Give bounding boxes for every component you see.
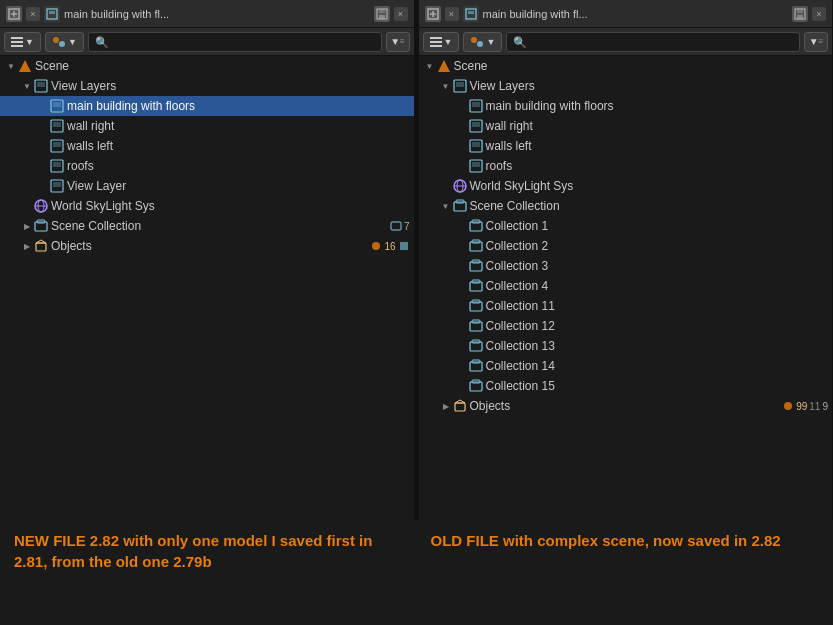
tree-item-scene[interactable]: ▼Scene xyxy=(0,56,414,76)
left-toolbar: ▼ ▼ ▼≡ xyxy=(0,28,414,56)
tree-item-coll3[interactable]: Collection 3 xyxy=(419,256,833,276)
expand-arrow-coll12[interactable] xyxy=(455,319,469,333)
left-mode-icon[interactable] xyxy=(44,6,60,22)
item-label-scene-collection: Scene Collection xyxy=(470,199,560,213)
right-new-file-icon[interactable] xyxy=(425,6,441,22)
item-badge-objects: 16 xyxy=(370,240,409,252)
tree-item-scene-collection[interactable]: ▼Scene Collection xyxy=(419,196,833,216)
expand-arrow-coll11[interactable] xyxy=(455,299,469,313)
collection-icon xyxy=(469,279,483,293)
tree-item-view-layer[interactable]: View Layer xyxy=(0,176,414,196)
tree-item-main-building[interactable]: main building with floors xyxy=(419,96,833,116)
expand-arrow-main-building[interactable] xyxy=(455,99,469,113)
expand-arrow-wall-right[interactable] xyxy=(455,119,469,133)
left-close-button2[interactable]: × xyxy=(394,7,408,21)
expand-arrow-scene-collection[interactable]: ▶ xyxy=(20,219,34,233)
expand-arrow-main-building[interactable] xyxy=(36,99,50,113)
expand-arrow-view-layer[interactable] xyxy=(36,179,50,193)
expand-arrow-scene[interactable]: ▼ xyxy=(423,59,437,73)
tree-item-world[interactable]: World SkyLight Sys xyxy=(419,176,833,196)
item-label-objects: Objects xyxy=(51,239,92,253)
expand-arrow-walls-left[interactable] xyxy=(455,139,469,153)
right-close-button2[interactable]: × xyxy=(812,7,826,21)
expand-arrow-world[interactable] xyxy=(439,179,453,193)
expand-arrow-wall-right[interactable] xyxy=(36,119,50,133)
expand-arrow-walls-left[interactable] xyxy=(36,139,50,153)
tree-item-scene-collection[interactable]: ▶Scene Collection7 xyxy=(0,216,414,236)
tree-item-roofs[interactable]: roofs xyxy=(419,156,833,176)
tree-item-coll2[interactable]: Collection 2 xyxy=(419,236,833,256)
left-close-button[interactable]: × xyxy=(26,7,40,21)
left-filter-btn[interactable]: ▼≡ xyxy=(386,32,410,52)
expand-arrow-roofs[interactable] xyxy=(36,159,50,173)
tree-item-coll4[interactable]: Collection 4 xyxy=(419,276,833,296)
expand-arrow-coll3[interactable] xyxy=(455,259,469,273)
expand-arrow-coll2[interactable] xyxy=(455,239,469,253)
tree-item-viewlayers[interactable]: ▼View Layers xyxy=(419,76,833,96)
left-search-input[interactable] xyxy=(88,32,382,52)
left-outliner[interactable]: ▼Scene▼View Layers main building with fl… xyxy=(0,56,414,520)
expand-arrow-scene-collection[interactable]: ▼ xyxy=(439,199,453,213)
right-close-button[interactable]: × xyxy=(445,7,459,21)
tree-item-coll13[interactable]: Collection 13 xyxy=(419,336,833,356)
svg-marker-84 xyxy=(455,400,465,403)
tree-item-wall-right[interactable]: wall right xyxy=(419,116,833,136)
caption-right: OLD FILE with complex scene, now saved i… xyxy=(417,520,834,625)
tree-item-roofs[interactable]: roofs xyxy=(0,156,414,176)
tree-item-objects[interactable]: ▶Objects16 xyxy=(0,236,414,256)
right-mode-icon[interactable] xyxy=(463,6,479,22)
objects-icon xyxy=(453,399,467,413)
tree-item-world[interactable]: World SkyLight Sys xyxy=(0,196,414,216)
scene-svg-icon xyxy=(18,59,32,73)
expand-arrow-roofs[interactable] xyxy=(455,159,469,173)
tree-item-wall-right[interactable]: wall right xyxy=(0,116,414,136)
scene-svg-icon xyxy=(437,59,451,73)
tree-item-coll12[interactable]: Collection 12 xyxy=(419,316,833,336)
right-filter-btn[interactable]: ▼≡ xyxy=(804,32,828,52)
tree-item-coll11[interactable]: Collection 11 xyxy=(419,296,833,316)
tree-item-coll14[interactable]: Collection 14 xyxy=(419,356,833,376)
expand-arrow-objects[interactable]: ▶ xyxy=(20,239,34,253)
left-save-icon[interactable] xyxy=(374,6,390,22)
svg-rect-7 xyxy=(379,9,385,13)
tree-item-walls-left[interactable]: walls left xyxy=(0,136,414,156)
svg-rect-23 xyxy=(53,162,61,167)
tree-item-objects[interactable]: ▶Objects99119 xyxy=(419,396,833,416)
collection-icon xyxy=(469,319,483,333)
right-search-input[interactable] xyxy=(506,32,800,52)
expand-arrow-coll15[interactable] xyxy=(455,379,469,393)
expand-arrow-world[interactable] xyxy=(20,199,34,213)
tree-item-walls-left[interactable]: walls left xyxy=(419,136,833,156)
left-mode-btn[interactable]: ▼ xyxy=(4,32,41,52)
expand-arrow-scene[interactable]: ▼ xyxy=(4,59,18,73)
expand-arrow-coll13[interactable] xyxy=(455,339,469,353)
tree-item-main-building[interactable]: main building with floors xyxy=(0,96,414,116)
viewlayer-icon xyxy=(469,159,483,173)
expand-arrow-viewlayers[interactable]: ▼ xyxy=(20,79,34,93)
viewlayer-icon xyxy=(50,139,64,153)
item-label-view-layer: View Layer xyxy=(67,179,126,193)
right-outliner[interactable]: ▼Scene▼View Layers main building with fl… xyxy=(419,56,833,520)
right-mode-btn[interactable]: ▼ xyxy=(423,32,460,52)
item-label-scene-collection: Scene Collection xyxy=(51,219,141,233)
right-filter-type-btn[interactable]: ▼ xyxy=(463,32,502,52)
left-new-file-icon[interactable] xyxy=(6,6,22,22)
tree-item-viewlayers[interactable]: ▼View Layers xyxy=(0,76,414,96)
tree-item-coll1[interactable]: Collection 1 xyxy=(419,216,833,236)
expand-arrow-coll14[interactable] xyxy=(455,359,469,373)
expand-arrow-viewlayers[interactable]: ▼ xyxy=(439,79,453,93)
left-filter-type-btn[interactable]: ▼ xyxy=(45,32,84,52)
right-save-icon[interactable] xyxy=(792,6,808,22)
svg-rect-25 xyxy=(53,182,61,187)
expand-arrow-coll4[interactable] xyxy=(455,279,469,293)
tree-item-coll15[interactable]: Collection 15 xyxy=(419,376,833,396)
expand-arrow-objects[interactable]: ▶ xyxy=(439,399,453,413)
expand-arrow-coll1[interactable] xyxy=(455,219,469,233)
item-label-walls-left: walls left xyxy=(486,139,532,153)
item-label-coll3: Collection 3 xyxy=(486,259,549,273)
svg-rect-40 xyxy=(468,11,474,14)
right-toolbar: ▼ ▼ ▼≡ xyxy=(419,28,833,56)
left-panel: × main building with fl... × ▼ ▼ xyxy=(0,0,415,520)
tree-item-scene[interactable]: ▼Scene xyxy=(419,56,833,76)
item-label-main-building: main building with floors xyxy=(486,99,614,113)
